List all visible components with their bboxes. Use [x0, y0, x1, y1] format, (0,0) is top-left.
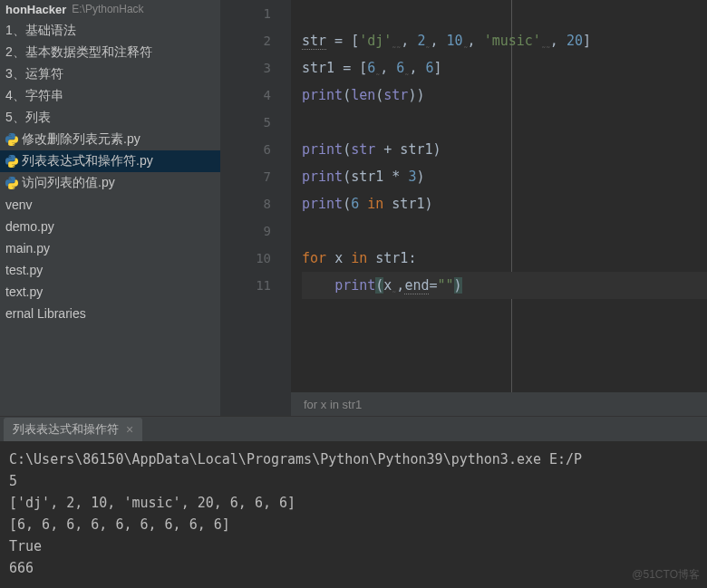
tree-item-label: 2、基本数据类型和注释符: [5, 44, 152, 61]
code-token: 'dj': [359, 33, 392, 49]
terminal-line: 5: [9, 470, 698, 492]
code-area[interactable]: str = ['dj'˷˷, 2˷, 10˷, 'music'˷˷, 20]st…: [291, 0, 707, 416]
file-tree-item[interactable]: 列表表达式和操作符.py: [0, 150, 220, 172]
code-token: 6: [351, 196, 359, 212]
code-token: ]: [583, 33, 591, 49]
code-token: len: [351, 87, 375, 103]
folder-tree-item[interactable]: 5、列表: [0, 107, 220, 129]
code-line[interactable]: print(len(str)): [302, 82, 707, 109]
code-token: = [: [326, 33, 359, 49]
tree-item-label: 1、基础语法: [5, 23, 76, 39]
code-token: [359, 196, 367, 212]
terminal-line: True: [9, 535, 698, 557]
code-line[interactable]: [302, 109, 707, 136]
tree-item-label: main.py: [5, 241, 50, 255]
folder-tree-item[interactable]: 3、运算符: [0, 63, 220, 85]
folder-tree-item[interactable]: demo.py: [0, 216, 220, 237]
terminal-line: ['dj', 2, 10, 'music', 20, 6, 6, 6]: [9, 492, 698, 514]
line-number: 4: [220, 82, 271, 109]
code-token: in: [351, 250, 375, 266]
code-token: ,: [430, 33, 446, 49]
file-tree-item[interactable]: 访问列表的值.py: [0, 172, 220, 194]
line-number: 8: [220, 190, 271, 217]
folder-tree-item[interactable]: venv: [0, 194, 220, 216]
code-token: 'music': [484, 33, 541, 49]
line-number: 6: [220, 136, 271, 163]
main-area: honHacker E:\PythonHack 1、基础语法2、基本数据类型和注…: [0, 0, 707, 416]
code-token: =: [429, 277, 437, 294]
folder-tree-item[interactable]: text.py: [0, 281, 220, 303]
breadcrumb-bar[interactable]: for x in str1: [291, 392, 707, 416]
code-line[interactable]: str1 = [6˷, 6˷, 6]: [302, 54, 707, 82]
terminal-tab-title: 列表表达式和操作符: [13, 421, 119, 438]
code-token: x: [383, 277, 392, 294]
code-line[interactable]: print(str1 * 3): [302, 163, 707, 190]
file-tree-item[interactable]: 修改删除列表元素.py: [0, 129, 220, 150]
watermark: @51CTO博客: [632, 567, 700, 583]
tree-item-label: 4、字符串: [5, 88, 63, 104]
code-line[interactable]: print(str + str1): [302, 136, 707, 163]
code-token: print: [302, 196, 343, 212]
project-name: honHacker: [5, 3, 66, 16]
tree-item-label: 修改删除列表元素.py: [22, 131, 140, 148]
code-token: (str1 *: [343, 169, 408, 185]
tree-item-label: test.py: [5, 263, 43, 277]
file-tree: 1、基础语法2、基本数据类型和注释符3、运算符4、字符串5、列表修改删除列表元素…: [0, 18, 220, 324]
code-token: [302, 277, 334, 294]
code-token: print: [302, 169, 343, 185]
folder-tree-item[interactable]: 1、基础语法: [0, 20, 220, 42]
code-token: 10: [447, 33, 463, 49]
code-token: print: [302, 141, 343, 158]
code-token: (: [375, 87, 383, 103]
code-token: 6: [367, 60, 375, 76]
whitespace-marker: ˷˷: [392, 36, 401, 48]
code-editor[interactable]: 1234567891011 str = ['dj'˷˷, 2˷, 10˷, 'm…: [220, 0, 707, 416]
code-token: end: [404, 277, 429, 294]
code-line[interactable]: print(x˷,end=""): [302, 272, 707, 299]
folder-tree-item[interactable]: 2、基本数据类型和注释符: [0, 42, 220, 63]
code-token: (: [343, 196, 351, 212]
code-token: (: [343, 141, 351, 158]
code-line[interactable]: print(6 in str1): [302, 190, 707, 217]
code-token: )): [408, 87, 424, 103]
python-file-icon: [5, 155, 18, 168]
code-token: str1): [383, 196, 432, 212]
line-number: 1: [220, 0, 271, 27]
folder-tree-item[interactable]: main.py: [0, 237, 220, 259]
tree-item-label: venv: [5, 198, 33, 212]
code-token: + str1): [375, 141, 441, 158]
code-token: str: [302, 33, 326, 50]
code-token: x: [334, 250, 351, 266]
code-token: ): [416, 169, 424, 185]
terminal-tab[interactable]: 列表表达式和操作符 ×: [4, 418, 142, 441]
code-token: str1 = [: [302, 60, 367, 76]
whitespace-marker: ˷˷: [541, 36, 550, 48]
line-number: 7: [220, 163, 271, 190]
project-header[interactable]: honHacker E:\PythonHack: [0, 0, 220, 18]
code-line[interactable]: [302, 0, 707, 27]
code-token: ]: [433, 60, 441, 76]
line-number: 9: [220, 217, 271, 245]
python-file-icon: [5, 133, 18, 146]
code-token: print: [302, 87, 343, 103]
terminal-tab-bar: 列表表达式和操作符 ×: [0, 416, 707, 441]
terminal-line: 666: [9, 557, 698, 579]
code-token: str: [383, 87, 408, 103]
tree-item-label: text.py: [5, 284, 43, 299]
tree-item-label: 列表表达式和操作符.py: [22, 153, 153, 169]
line-number: 11: [220, 272, 271, 299]
code-line[interactable]: for x in str1:: [302, 245, 707, 272]
tree-item-label: 3、运算符: [5, 66, 63, 82]
code-token: ,: [409, 60, 425, 76]
close-icon[interactable]: ×: [126, 422, 133, 437]
terminal-output[interactable]: C:\Users\86150\AppData\Local\Programs\Py…: [0, 441, 707, 588]
code-token: ): [454, 277, 462, 294]
folder-tree-item[interactable]: ernal Libraries: [0, 303, 220, 324]
code-token: (: [343, 87, 351, 103]
code-line[interactable]: [302, 217, 707, 245]
folder-tree-item[interactable]: 4、字符串: [0, 85, 220, 107]
line-number-gutter: 1234567891011: [220, 0, 291, 416]
folder-tree-item[interactable]: test.py: [0, 259, 220, 281]
breadcrumb-text: for x in str1: [304, 398, 362, 411]
code-line[interactable]: str = ['dj'˷˷, 2˷, 10˷, 'music'˷˷, 20]: [302, 27, 707, 54]
